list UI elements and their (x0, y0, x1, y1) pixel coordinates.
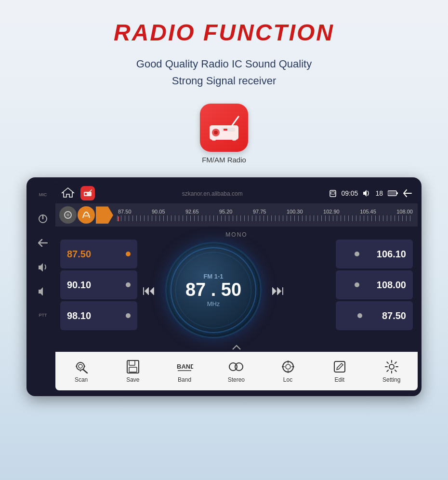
svg-rect-12 (87, 193, 91, 194)
edit-icon (331, 359, 348, 374)
svg-point-11 (85, 193, 87, 195)
preset-freq-r3: 87.50 (382, 310, 406, 321)
device-frame: MIC PTT (26, 177, 422, 396)
svg-point-20 (66, 213, 69, 216)
subtitle-line1: Good Quality Radio IC Sound Quality (136, 55, 312, 72)
preset-left-1[interactable]: 87.50 (60, 240, 137, 268)
app-icon-container: FM/AM Radio (200, 104, 248, 164)
save-button[interactable]: Save (124, 359, 142, 383)
back-icon[interactable] (35, 235, 51, 251)
svg-line-22 (83, 370, 87, 373)
slider-area (55, 343, 418, 352)
mono-label: MONO (225, 231, 247, 238)
loc-label: Loc (283, 376, 292, 383)
home-icon[interactable] (61, 187, 75, 200)
radio-app-small-icon[interactable] (80, 186, 95, 200)
status-left (61, 186, 95, 200)
freq-arrow (96, 206, 113, 224)
svg-point-23 (79, 364, 82, 368)
svg-rect-18 (389, 192, 396, 195)
station-label: FM 1-1 (203, 273, 223, 280)
device-sidebar: MIC PTT (30, 183, 55, 390)
preset-right-2[interactable]: 108.00 (336, 270, 413, 299)
clock: 09:05 (341, 189, 358, 197)
svg-line-1 (232, 117, 238, 125)
scan-label: Scan (75, 376, 88, 383)
stereo-label: Stereo (228, 376, 245, 383)
preset-freq-r1: 106.10 (377, 249, 406, 260)
scan-button[interactable]: Scan (73, 359, 90, 383)
setting-label: Setting (382, 376, 400, 383)
preset-right-1[interactable]: 106.10 (336, 240, 413, 268)
preset-right-3[interactable]: 87.50 (336, 301, 413, 330)
edit-label: Edit (334, 376, 344, 383)
preset-freq-2: 90.10 (67, 280, 91, 291)
preset-dot-r3 (357, 313, 362, 318)
save-icon (124, 359, 142, 374)
svg-rect-15 (331, 192, 335, 194)
presets-right: 106.10 108.00 87.50 (336, 240, 413, 330)
am-toggle[interactable] (78, 206, 95, 224)
fm-toggle[interactable] (59, 206, 77, 224)
preset-freq-r2: 108.00 (377, 280, 406, 291)
battery-level: 18 (375, 189, 383, 197)
frequency-display: 87 . 50 (185, 280, 241, 300)
mic-label: MIC (35, 187, 51, 202)
next-button[interactable]: ⏭ (271, 282, 285, 298)
tuner-center: MONO ⏮ FM 1-1 87 . 50 MHz ⏭ (142, 231, 331, 338)
fm-am-radio-icon[interactable] (200, 104, 248, 152)
loc-button[interactable]: Loc (279, 359, 297, 383)
stereo-button[interactable]: Stereo (227, 359, 245, 383)
svg-text:BAND: BAND (177, 363, 193, 370)
preset-dot-r1 (355, 252, 359, 256)
preset-left-2[interactable]: 90.10 (60, 270, 137, 299)
watermark: szkanor.en.alibaba.com (182, 190, 243, 197)
svg-point-21 (77, 362, 84, 370)
radio-main: 87.50 90.10 98.10 MONO (55, 227, 418, 343)
device-screen: szkanor.en.alibaba.com 09:05 18 (55, 183, 418, 390)
freq-needle (118, 216, 119, 221)
preset-dot-3 (126, 313, 131, 318)
edit-button[interactable]: Edit (331, 359, 348, 383)
freq-ruler (117, 215, 414, 221)
svg-point-3 (214, 131, 218, 134)
svg-rect-6 (212, 139, 216, 141)
app-icon-label: FM/AM Radio (202, 156, 246, 164)
power-icon[interactable] (35, 211, 51, 227)
volume-up-icon[interactable] (35, 259, 51, 275)
preset-freq-1: 87.50 (67, 249, 91, 260)
content-wrapper: RADIO FUNCTION Good Quality Radio IC Sou… (0, 0, 448, 396)
loc-icon (279, 359, 297, 374)
svg-rect-17 (396, 192, 398, 194)
freq-scale: 87.50 90.05 92.65 95.20 97.75 100.30 102… (117, 209, 414, 221)
preset-left-3[interactable]: 98.10 (60, 301, 137, 330)
band-button[interactable]: BAND Band (176, 359, 193, 383)
svg-point-30 (235, 363, 243, 371)
scan-icon (73, 359, 90, 374)
preset-dot-1 (126, 252, 131, 256)
setting-button[interactable]: Setting (382, 359, 400, 383)
presets-left: 87.50 90.10 98.10 (60, 240, 137, 330)
subtitle-line2: Strong Signal receiver (136, 72, 312, 89)
setting-icon (383, 359, 400, 374)
tuner-dial[interactable]: FM 1-1 87 . 50 MHz (165, 242, 262, 338)
status-bar: szkanor.en.alibaba.com 09:05 18 (55, 183, 418, 203)
svg-rect-5 (224, 129, 227, 131)
freq-numbers: 87.50 90.05 92.65 95.20 97.75 100.30 102… (117, 209, 414, 214)
svg-rect-7 (232, 139, 236, 141)
svg-rect-37 (334, 361, 345, 372)
prev-button[interactable]: ⏮ (142, 282, 156, 298)
volume-down-icon[interactable] (35, 283, 51, 299)
bottom-toolbar: Scan Save (55, 352, 418, 390)
svg-rect-25 (129, 360, 135, 365)
save-label: Save (126, 376, 139, 383)
svg-point-32 (286, 364, 290, 369)
ptt-label: PTT (35, 307, 51, 323)
svg-line-13 (90, 190, 92, 192)
preset-freq-3: 98.10 (67, 310, 91, 321)
subtitle: Good Quality Radio IC Sound Quality Stro… (136, 55, 312, 89)
band-label: Band (178, 376, 191, 383)
page-title: RADIO FUNCTION (114, 19, 334, 46)
preset-dot-2 (126, 282, 131, 287)
band-icon: BAND (176, 359, 193, 374)
